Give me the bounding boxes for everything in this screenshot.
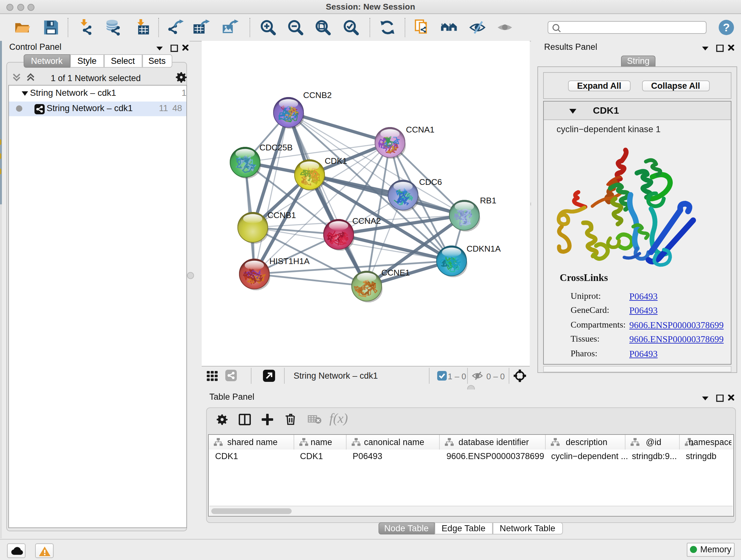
svg-text:CCNA2: CCNA2 bbox=[352, 216, 381, 226]
svg-text:CDK1: CDK1 bbox=[325, 156, 347, 166]
svg-text:?: ? bbox=[723, 21, 730, 34]
svg-text:RB1: RB1 bbox=[480, 196, 496, 205]
svg-text:CCNB2: CCNB2 bbox=[303, 90, 332, 100]
svg-text:HIST1H1A: HIST1H1A bbox=[269, 256, 310, 266]
svg-text:CCNE1: CCNE1 bbox=[381, 268, 410, 277]
svg-text:CDC25B: CDC25B bbox=[259, 143, 293, 152]
svg-text:CDC6: CDC6 bbox=[419, 177, 442, 187]
svg-text:CCNB1: CCNB1 bbox=[267, 210, 296, 220]
svg-text:CCNA1: CCNA1 bbox=[406, 125, 434, 134]
svg-text:CDKN1A: CDKN1A bbox=[467, 244, 501, 253]
